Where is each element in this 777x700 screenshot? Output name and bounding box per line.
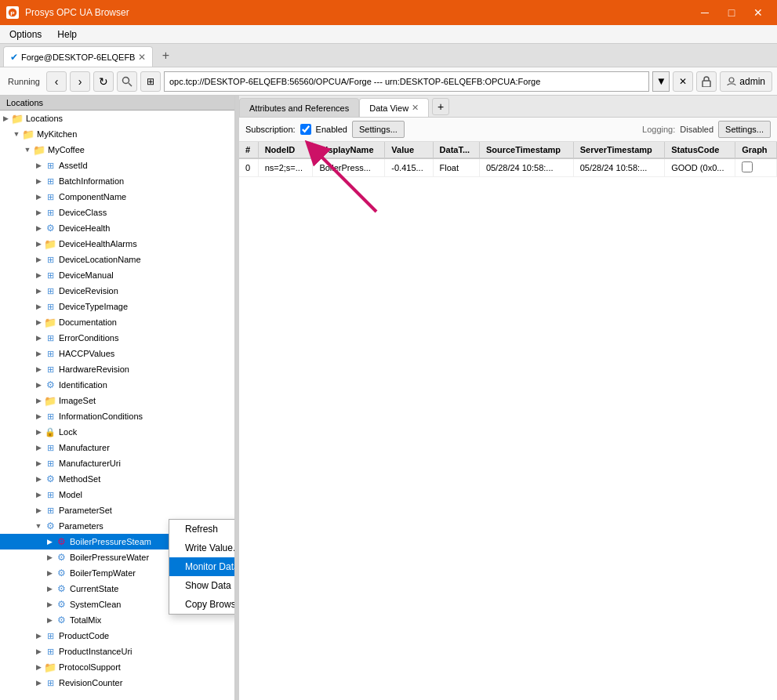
forward-button[interactable]: › <box>70 71 90 92</box>
tree-item[interactable]: ▶ ⊞ Manufacturer <box>0 440 234 455</box>
clear-url-button[interactable]: ✕ <box>673 71 693 92</box>
tree-item[interactable]: ▶ 📁 ProtocolSupport <box>0 659 234 675</box>
context-menu-item-0[interactable]: Refresh <box>169 520 235 539</box>
tree-item[interactable]: ▶ ⊞ HardwareRevision <box>0 361 234 377</box>
tree-item[interactable]: ▶ 📁 Documentation <box>0 314 234 330</box>
tree-item[interactable]: ▶ ⊞ DeviceTypeImage <box>0 299 234 314</box>
url-dropdown-button[interactable]: ▼ <box>652 71 670 92</box>
table-row[interactable]: 0 ns=2;s=... BoilerPress... -0.415... Fl… <box>239 158 777 177</box>
tree-toggle[interactable]: ▶ <box>33 475 44 483</box>
tree-toggle[interactable]: ▶ <box>33 491 44 499</box>
tab-data-view[interactable]: Data View ✕ <box>359 98 429 117</box>
tree-item[interactable]: ▶ ⊞ ParameterSet <box>0 502 234 518</box>
maximize-button[interactable]: □ <box>719 2 744 24</box>
menu-options[interactable]: Options <box>3 27 48 42</box>
tree-toggle[interactable]: ▶ <box>33 193 44 201</box>
tree-toggle[interactable]: ▶ <box>33 412 44 420</box>
tree-item[interactable]: ▶ ⊞ AssetId <box>0 158 234 173</box>
lock-icon-button[interactable] <box>696 71 717 92</box>
context-menu-item-2[interactable]: Monitor Data <box>169 557 235 576</box>
tree-toggle[interactable]: ▶ <box>33 397 44 404</box>
tree-toggle[interactable]: ▶ <box>33 287 44 295</box>
tree-toggle[interactable]: ▶ <box>33 632 44 640</box>
tree-item[interactable]: ▶ ⊞ DeviceManual <box>0 267 234 283</box>
tree-toggle[interactable]: ▶ <box>33 334 44 342</box>
context-menu-item-4[interactable]: Copy BrowsePath <box>169 595 235 614</box>
context-menu-item-1[interactable]: Write Value... <box>169 539 235 557</box>
tree-toggle[interactable]: ▶ <box>44 585 55 593</box>
tab-data-view-close-icon[interactable]: ✕ <box>412 103 419 113</box>
url-input[interactable] <box>164 71 649 92</box>
tree-item[interactable]: ▶ ⚙ MethodSet <box>0 471 234 487</box>
tree-toggle[interactable]: ▶ <box>33 647 44 655</box>
tree-item[interactable]: ▶ 📁 ImageSet <box>0 393 234 408</box>
tree-toggle[interactable]: ▼ <box>11 130 22 138</box>
tree-toggle[interactable]: ▶ <box>44 553 55 561</box>
add-tab-button[interactable]: + <box>432 98 449 115</box>
tree-toggle[interactable]: ▼ <box>22 146 33 154</box>
cell-graph[interactable] <box>735 158 777 177</box>
tree-item[interactable]: ▶ ⊞ ManufacturerUri <box>0 455 234 471</box>
context-menu-item-3[interactable]: Show Data History <box>169 576 235 595</box>
tree-toggle[interactable]: ▶ <box>44 616 55 624</box>
tree-item[interactable]: ▶ 🔒 Lock <box>0 424 234 440</box>
tree-item[interactable]: ▶ ⊞ ErrorConditions <box>0 330 234 346</box>
menu-help[interactable]: Help <box>51 27 83 42</box>
tree-item[interactable]: ▶ ⊞ ComponentName <box>0 189 234 205</box>
tree-item[interactable]: ▶ ⊞ BatchInformation <box>0 173 234 189</box>
tree-toggle[interactable]: ▶ <box>0 114 11 122</box>
tree-toggle[interactable]: ▶ <box>33 381 44 389</box>
tree-toggle[interactable]: ▶ <box>33 209 44 216</box>
tree-toggle[interactable]: ▶ <box>33 506 44 514</box>
tree-item[interactable]: ▼ 📁 MyKitchen <box>0 126 234 142</box>
tree-toggle[interactable]: ▶ <box>33 428 44 436</box>
tree-toggle[interactable]: ▶ <box>33 240 44 248</box>
tree-toggle[interactable]: ▼ <box>33 522 44 530</box>
tree-item[interactable]: ▶ ⊞ Model <box>0 487 234 502</box>
tree-item[interactable]: ▶ ⊞ DeviceClass <box>0 205 234 220</box>
reload-button[interactable]: ↻ <box>93 71 114 92</box>
tree-toggle[interactable]: ▶ <box>44 569 55 577</box>
tree-item[interactable]: ▶ 📁 Locations <box>0 111 234 126</box>
tree-item[interactable]: ▶ ⊞ RevisionCounter <box>0 675 234 691</box>
tree-toggle[interactable]: ▶ <box>33 303 44 310</box>
tree-item[interactable]: ▶ ⚙ DeviceHealth <box>0 220 234 236</box>
tree-toggle[interactable]: ▶ <box>33 679 44 687</box>
tree-toggle[interactable]: ▶ <box>33 256 44 263</box>
subscription-enabled-checkbox[interactable] <box>300 124 311 135</box>
tree-toggle[interactable]: ▶ <box>33 444 44 452</box>
subscription-settings-button[interactable]: Settings... <box>352 121 405 138</box>
new-tab-button[interactable]: + <box>156 46 175 65</box>
tree-toggle[interactable]: ▶ <box>33 350 44 357</box>
logging-settings-button[interactable]: Settings... <box>718 121 771 138</box>
tree-item[interactable]: ▶ ⊞ InformationConditions <box>0 408 234 424</box>
tree-item[interactable]: ▶ ⚙ Identification <box>0 377 234 393</box>
tree-item[interactable]: ▶ 📁 DeviceHealthAlarms <box>0 236 234 252</box>
tab-attributes-references[interactable]: Attributes and References <box>239 98 359 117</box>
tree-item[interactable]: ▼ 📁 MyCoffee <box>0 142 234 158</box>
tree-item[interactable]: ▶ ⊞ DeviceLocationName <box>0 252 234 267</box>
tree-item[interactable]: ▶ ⊞ DeviceRevision <box>0 283 234 299</box>
tree-toggle[interactable]: ▶ <box>44 538 55 546</box>
layout-button[interactable]: ⊞ <box>140 71 161 92</box>
admin-button[interactable]: admin <box>720 71 772 92</box>
browser-tab-forge[interactable]: ✔ Forge@DESKTOP-6ELQEFB ✕ <box>3 46 153 67</box>
tree-item[interactable]: ▶ ⊞ HACCPValues <box>0 346 234 361</box>
tree-toggle[interactable]: ▶ <box>33 459 44 467</box>
tree-item[interactable]: ▶ ⊞ ProductCode <box>0 628 234 644</box>
tree-toggle[interactable]: ▶ <box>44 600 55 608</box>
tree-toggle[interactable]: ▶ <box>33 271 44 279</box>
minimize-button[interactable]: ─ <box>692 2 717 24</box>
browser-tab-close-icon[interactable]: ✕ <box>138 52 146 63</box>
tree-toggle[interactable]: ▶ <box>33 318 44 326</box>
search-button[interactable] <box>117 71 137 92</box>
tree-toggle[interactable]: ▶ <box>33 365 44 373</box>
tree-item[interactable]: ▶ ⊞ ProductInstanceUri <box>0 644 234 659</box>
tree-toggle[interactable]: ▶ <box>33 177 44 185</box>
back-button[interactable]: ‹ <box>46 71 67 92</box>
tree-item[interactable]: ▶ ⚙ TotalMix <box>0 612 234 628</box>
tree-toggle[interactable]: ▶ <box>33 663 44 671</box>
tree-toggle[interactable]: ▶ <box>33 161 44 169</box>
close-button[interactable]: ✕ <box>746 2 771 24</box>
graph-checkbox[interactable] <box>742 161 753 172</box>
